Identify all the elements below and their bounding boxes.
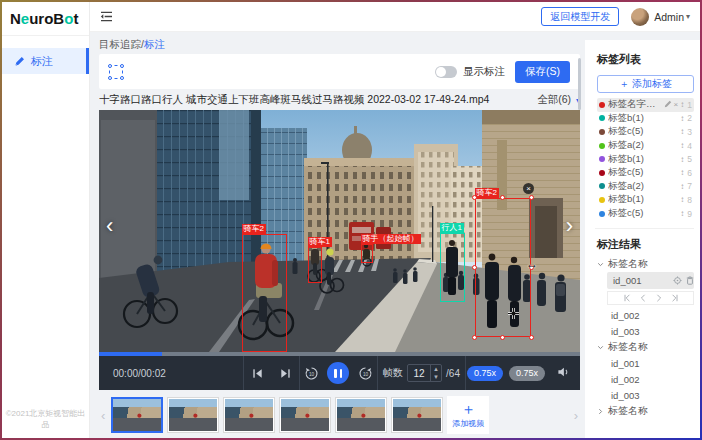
show-annotation-label: 显示标注	[463, 65, 505, 79]
video-thumbnail[interactable]	[223, 397, 275, 433]
breadcrumb-parent[interactable]: 目标追踪	[99, 38, 141, 50]
close-annotation-icon[interactable]: ×	[523, 183, 534, 194]
label-list-item[interactable]: 标签b(1)↕5	[597, 152, 694, 166]
label-list-item[interactable]: 标签c(5)↕6	[597, 166, 694, 180]
result-group-row[interactable]: 标签名称	[597, 256, 694, 272]
label-list-item[interactable]: 标签名字最长数...×↕1	[597, 98, 694, 112]
logo-letter: t	[73, 10, 78, 27]
annotation-box-selected[interactable]: 骑车2×↔	[475, 198, 531, 337]
thumbs-prev-icon[interactable]: ‹	[99, 408, 107, 423]
chevron-right-icon[interactable]	[597, 406, 604, 417]
resize-handle[interactable]	[529, 195, 534, 200]
result-id-row[interactable]: id_001	[597, 355, 694, 371]
result-id-label: id_003	[611, 326, 640, 337]
result-id-row[interactable]: id_003	[597, 387, 694, 403]
next-frame-icon[interactable]	[279, 367, 292, 380]
scrollbar-thumb[interactable]	[578, 58, 581, 110]
swap-order-icon[interactable]: ↕	[680, 127, 684, 136]
add-video-label: 添加视频	[452, 418, 484, 429]
locate-icon[interactable]	[673, 276, 682, 285]
resize-handle[interactable]	[500, 195, 505, 200]
video-thumbnail[interactable]	[279, 397, 331, 433]
swap-order-icon[interactable]: ↕	[680, 155, 684, 164]
chevron-down-icon[interactable]	[597, 342, 604, 353]
speaker-icon	[557, 366, 570, 378]
result-id-row[interactable]: id_002	[597, 371, 694, 387]
label-name: 标签a(2)	[608, 139, 678, 152]
video-thumbnail[interactable]	[167, 397, 219, 433]
resize-handle[interactable]	[529, 335, 534, 340]
sidebar-item-annotate[interactable]: 标注	[2, 48, 89, 74]
volume-control[interactable]	[546, 366, 580, 380]
label-list-item[interactable]: 标签a(2)↕7	[597, 180, 694, 194]
rewind-10-icon[interactable]: 10	[304, 366, 319, 381]
carousel-next-icon[interactable]: ›	[566, 216, 573, 236]
prev-frame-icon[interactable]	[251, 367, 264, 380]
pagination-prev-icon[interactable]	[639, 294, 647, 302]
video-thumbnail[interactable]	[391, 397, 443, 433]
filter-dropdown[interactable]: 全部(6) ▾	[537, 93, 580, 107]
delete-x-icon[interactable]: ×	[674, 100, 679, 109]
label-index: 6	[687, 168, 692, 178]
chevron-down-icon[interactable]	[597, 259, 604, 270]
swap-order-icon[interactable]: ↕	[680, 100, 684, 109]
save-button[interactable]: 保存(S)	[515, 61, 570, 83]
annotation-label: 骑车2	[242, 224, 266, 234]
back-to-model-dev-button[interactable]: 返回模型开发	[541, 7, 619, 26]
menu-fold-icon[interactable]	[100, 11, 113, 22]
annotation-box[interactable]: 骑车1	[308, 247, 322, 283]
video-stage[interactable]: ‹ › 骑车2骑车1骑手（起始帧）行人1骑车2×↔	[99, 110, 580, 352]
stepper-down-icon[interactable]: ▼	[431, 373, 441, 381]
bounding-box-tool-icon[interactable]	[109, 65, 123, 79]
add-video-button[interactable]: ＋ 添加视频	[447, 396, 489, 434]
video-thumbnail[interactable]	[335, 397, 387, 433]
result-id-row[interactable]: id_002	[597, 307, 694, 323]
pagination-last-icon[interactable]	[671, 294, 679, 302]
resize-handle[interactable]	[472, 335, 477, 340]
label-list-item[interactable]: 标签c(5)↕3	[597, 125, 694, 139]
add-label-button[interactable]: ＋ 添加标签	[597, 75, 694, 93]
resize-handle[interactable]	[472, 195, 477, 200]
forward-10-icon[interactable]: 10	[358, 366, 373, 381]
result-group-row[interactable]: 标签名称	[597, 403, 694, 419]
result-id-row[interactable]: id_003	[597, 323, 694, 339]
annotation-box[interactable]: 骑车2	[242, 234, 287, 352]
swap-order-icon[interactable]: ↕	[680, 209, 684, 218]
carousel-prev-icon[interactable]: ‹	[106, 216, 113, 236]
speed-pill[interactable]: 0.75x	[467, 366, 503, 381]
result-id-row[interactable]: id_001	[607, 272, 694, 289]
speed-pill[interactable]: 0.75x	[509, 366, 545, 381]
label-list-item[interactable]: 标签a(2)↕4	[597, 139, 694, 153]
label-list-title: 标签列表	[597, 52, 694, 67]
show-annotation-toggle[interactable]	[435, 66, 457, 78]
annotation-box[interactable]: 行人1	[440, 233, 465, 302]
frame-pagination	[607, 291, 694, 305]
label-list-item[interactable]: 标签c(5)↕9	[597, 207, 694, 221]
resize-handle[interactable]	[500, 335, 505, 340]
annotation-box[interactable]: 骑手（起始帧）	[361, 244, 373, 263]
resize-handle[interactable]	[472, 265, 477, 270]
video-thumbnail[interactable]	[111, 397, 163, 433]
user-name[interactable]: Admin	[654, 11, 684, 23]
avatar[interactable]	[631, 8, 649, 26]
pause-button[interactable]	[327, 362, 349, 384]
result-group-row[interactable]: 标签名称	[597, 339, 694, 355]
swap-order-icon[interactable]: ↕	[680, 182, 684, 191]
pagination-first-icon[interactable]	[623, 294, 631, 302]
thumbs-next-icon[interactable]: ›	[572, 408, 580, 423]
label-list-item[interactable]: 标签b(1)↕8	[597, 193, 694, 207]
frame-number-input[interactable]	[408, 365, 430, 381]
label-name: 标签b(1)	[608, 193, 678, 206]
edit-pencil-icon[interactable]	[664, 100, 672, 110]
swap-order-icon[interactable]: ↕	[680, 114, 684, 123]
stepper-up-icon[interactable]: ▲	[431, 365, 441, 373]
result-id-label: id_001	[611, 358, 640, 369]
trash-icon[interactable]	[686, 276, 694, 285]
swap-order-icon[interactable]: ↕	[680, 168, 684, 177]
swap-order-icon[interactable]: ↕	[680, 195, 684, 204]
chevron-down-icon[interactable]: ▾	[686, 12, 690, 21]
label-list-item[interactable]: 标签b(1)↕2	[597, 112, 694, 126]
divider	[2, 35, 89, 36]
swap-order-icon[interactable]: ↕	[680, 141, 684, 150]
pagination-next-icon[interactable]	[655, 294, 663, 302]
